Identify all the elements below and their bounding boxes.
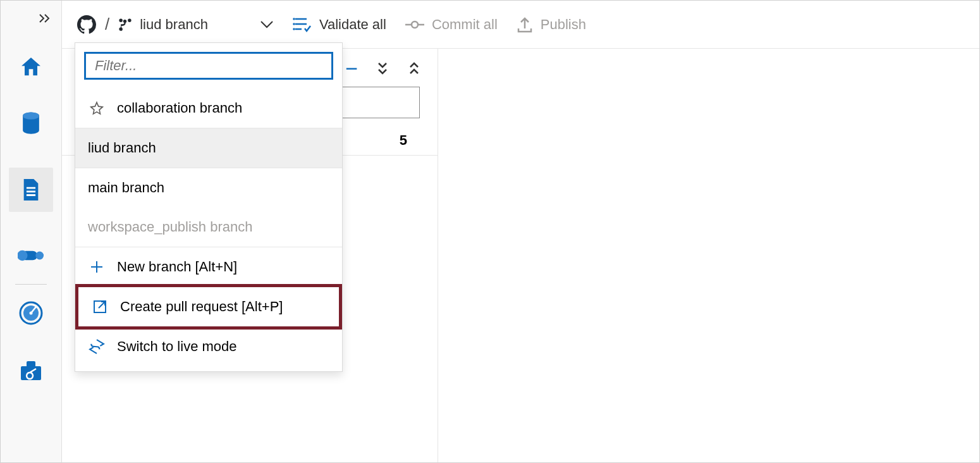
svg-point-13 xyxy=(412,22,418,28)
create-pr-action[interactable]: Create pull request [Alt+P] xyxy=(75,284,342,330)
svg-point-1 xyxy=(23,112,39,119)
nav-home-icon[interactable] xyxy=(18,54,44,80)
publish-icon xyxy=(517,16,533,34)
nav-data-icon[interactable] xyxy=(18,111,44,137)
branch-selector[interactable]: liud branch xyxy=(118,16,274,33)
validate-icon xyxy=(293,16,312,33)
svg-rect-9 xyxy=(27,361,35,367)
svg-point-10 xyxy=(293,18,295,20)
swap-icon xyxy=(88,338,106,355)
top-toolbar: / liud branch Validate all Commit all Pu… xyxy=(62,1,979,49)
nav-integrate-icon[interactable] xyxy=(18,242,44,269)
validate-all-label: Validate all xyxy=(319,16,386,33)
nav-divider xyxy=(15,284,47,285)
branch-item-label: liud branch xyxy=(88,140,156,156)
star-icon xyxy=(88,101,106,115)
commit-all-button[interactable]: Commit all xyxy=(405,16,498,33)
nav-monitor-icon[interactable] xyxy=(18,300,44,326)
publish-button[interactable]: Publish xyxy=(517,16,586,34)
nav-manage-icon[interactable] xyxy=(18,357,44,383)
svg-point-4 xyxy=(35,252,44,260)
branch-item-label: collaboration branch xyxy=(117,100,242,116)
publish-label: Publish xyxy=(541,16,586,33)
branch-item-workspace-publish[interactable]: workspace_publish branch xyxy=(75,207,342,247)
svg-point-12 xyxy=(293,28,295,30)
minus-icon[interactable]: − xyxy=(345,65,358,71)
svg-point-7 xyxy=(30,312,33,315)
branch-item-main[interactable]: main branch xyxy=(75,168,342,207)
breadcrumb: / liud branch xyxy=(77,15,274,34)
chevron-down-icon xyxy=(260,20,274,29)
validate-all-button[interactable]: Validate all xyxy=(293,16,386,33)
content-area: − 5 collaboration branch xyxy=(62,49,979,462)
nav-develop-icon[interactable] xyxy=(9,168,53,212)
plus-icon xyxy=(88,259,106,275)
branch-item-label: workspace_publish branch xyxy=(88,219,253,235)
commit-icon xyxy=(405,18,424,31)
commit-all-label: Commit all xyxy=(432,16,498,33)
branch-item-label: main branch xyxy=(88,180,164,196)
svg-point-11 xyxy=(293,23,295,25)
github-icon[interactable] xyxy=(77,15,96,34)
create-pr-label: Create pull request [Alt+P] xyxy=(120,299,283,315)
left-nav-rail xyxy=(1,1,62,462)
branch-dropdown: collaboration branch liud branch main br… xyxy=(75,42,343,372)
branch-selector-label: liud branch xyxy=(140,16,208,33)
branch-item-collaboration[interactable]: collaboration branch xyxy=(75,89,342,128)
branch-item-liud[interactable]: liud branch xyxy=(75,128,342,168)
collapse-rail-icon[interactable] xyxy=(39,13,51,23)
branch-filter-input[interactable] xyxy=(84,52,333,80)
switch-live-action[interactable]: Switch to live mode xyxy=(75,327,342,366)
external-icon xyxy=(91,299,109,314)
expand-all-icon[interactable] xyxy=(377,61,389,75)
branch-icon xyxy=(118,17,132,32)
new-branch-label: New branch [Alt+N] xyxy=(117,259,237,275)
switch-live-label: Switch to live mode xyxy=(117,338,237,355)
main-area: / liud branch Validate all Commit all Pu… xyxy=(62,1,979,462)
breadcrumb-separator: / xyxy=(105,15,109,34)
new-branch-action[interactable]: New branch [Alt+N] xyxy=(75,247,342,287)
collapse-all-icon[interactable] xyxy=(408,61,421,75)
